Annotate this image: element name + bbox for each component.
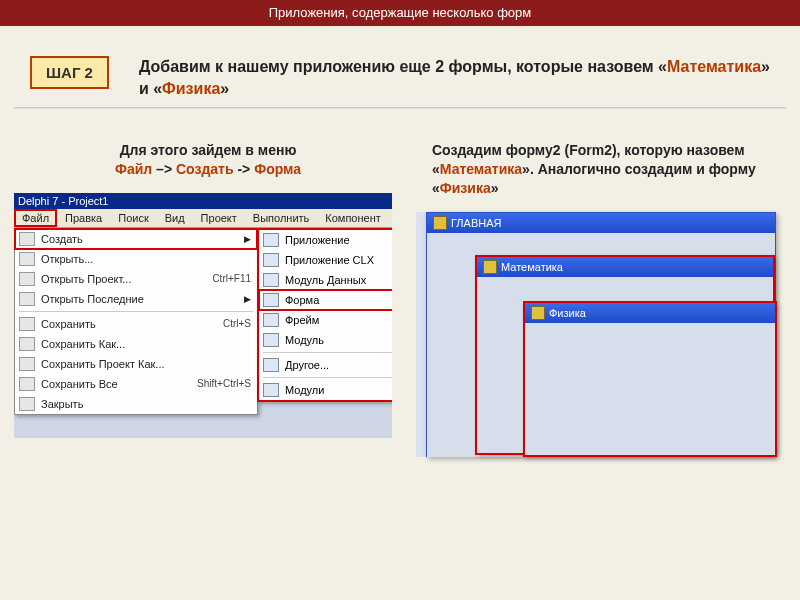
menu-item-label: Открыть... [41, 253, 251, 265]
window-math-title: Математика [477, 257, 773, 277]
menu-separator [263, 352, 392, 353]
menu-item-label: Фрейм [285, 314, 319, 326]
menu-item-label: Модуль [285, 334, 324, 346]
submenu-item[interactable]: Модули [259, 380, 392, 400]
submenu-item[interactable]: Модуль Данных [259, 270, 392, 290]
file-menu-item[interactable]: Сохранить Как... [15, 334, 257, 354]
delphi-screenshot: Delphi 7 - Project1 Файл Правка Поиск Ви… [14, 193, 392, 438]
submenu-item[interactable]: Другое... [259, 355, 392, 375]
file-menu-item[interactable]: Закрыть [15, 394, 257, 414]
menu-item-icon [19, 337, 35, 351]
window-math-label: Математика [501, 261, 563, 273]
left-text-create: Создать [176, 161, 234, 177]
step-text: Добавим к нашему приложению еще 2 формы,… [139, 56, 770, 99]
file-dropdown: Создать▶Открыть...Открыть Проект...Ctrl+… [14, 228, 258, 415]
delphi-logo-icon [531, 306, 545, 320]
menu-item-label: Сохранить Проект Как... [41, 358, 251, 370]
delphi-menubar: Файл Правка Поиск Вид Проект Выполнить К… [14, 209, 392, 228]
menu-item-label: Открыть Последние [41, 293, 238, 305]
menu-component[interactable]: Компонент [317, 209, 388, 227]
step-text-a: Добавим к нашему приложению еще 2 формы,… [139, 58, 667, 75]
menu-item-label: Сохранить [41, 318, 217, 330]
step-badge: ШАГ 2 [30, 56, 109, 89]
file-menu-item[interactable]: Сохранить ВсеShift+Ctrl+S [15, 374, 257, 394]
menu-item-icon [263, 313, 279, 327]
menu-item-icon [19, 397, 35, 411]
menu-view[interactable]: Вид [157, 209, 193, 227]
menu-item-icon [19, 317, 35, 331]
left-text-line: Для этого зайдем в меню [120, 142, 297, 158]
file-menu-item[interactable]: Создать▶ [15, 229, 257, 249]
menu-item-icon [263, 383, 279, 397]
menu-item-label: Приложение [285, 234, 350, 246]
menu-item-shortcut: Ctrl+F11 [212, 273, 251, 284]
menu-item-icon [19, 252, 35, 266]
submenu-item[interactable]: Фрейм [259, 310, 392, 330]
file-menu-item[interactable]: Открыть... [15, 249, 257, 269]
menu-file[interactable]: Файл [14, 209, 57, 227]
window-phys-label: Физика [549, 307, 586, 319]
menu-item-shortcut: Ctrl+S [223, 318, 251, 329]
submenu-item[interactable]: Форма [259, 290, 392, 310]
left-text-sep1: –> [152, 161, 176, 177]
step-text-hl1: Математика [667, 58, 761, 75]
right-text-hl1: Математика [440, 161, 522, 177]
menu-run[interactable]: Выполнить [245, 209, 317, 227]
menu-item-icon [263, 293, 279, 307]
menu-edit[interactable]: Правка [57, 209, 110, 227]
menu-item-icon [263, 253, 279, 267]
window-phys-title: Физика [525, 303, 775, 323]
menu-item-label: Создать [41, 233, 238, 245]
menu-item-icon [263, 233, 279, 247]
divider [14, 107, 786, 109]
right-text-c: » [491, 180, 499, 196]
file-menu-item[interactable]: Сохранить Проект Как... [15, 354, 257, 374]
window-main-label: ГЛАВНАЯ [451, 217, 501, 229]
menu-item-icon [19, 272, 35, 286]
submenu-item[interactable]: Приложение CLX [259, 250, 392, 270]
submenu-item[interactable]: Приложение [259, 230, 392, 250]
menu-search[interactable]: Поиск [110, 209, 156, 227]
file-menu-item[interactable]: Открыть Проект...Ctrl+F11 [15, 269, 257, 289]
menu-item-label: Сохранить Все [41, 378, 191, 390]
menu-item-icon [263, 333, 279, 347]
header-bar: Приложения, содержащие несколько форм [0, 0, 800, 26]
menu-item-label: Модули [285, 384, 324, 396]
menu-item-label: Другое... [285, 359, 329, 371]
step-row: ШАГ 2 Добавим к нашему приложению еще 2 … [30, 56, 770, 99]
menu-item-icon [263, 273, 279, 287]
create-submenu: ПриложениеПриложение CLXМодуль ДанныхФор… [257, 228, 392, 402]
menu-separator [19, 311, 253, 312]
left-text-form: Форма [254, 161, 301, 177]
right-text: Создадим форму2 (Form2), которую назовем… [432, 141, 780, 198]
menu-item-shortcut: Shift+Ctrl+S [197, 378, 251, 389]
delphi-logo-icon [483, 260, 497, 274]
submenu-arrow-icon: ▶ [244, 294, 251, 304]
right-column: Создадим форму2 (Form2), которую назовем… [416, 141, 786, 457]
menu-body: Создать▶Открыть...Открыть Проект...Ctrl+… [14, 228, 392, 415]
left-text-file: Файл [115, 161, 152, 177]
left-text-sep2: -> [234, 161, 255, 177]
menu-item-label: Открыть Проект... [41, 273, 206, 285]
file-menu-item[interactable]: СохранитьCtrl+S [15, 314, 257, 334]
menu-separator [263, 377, 392, 378]
left-text: Для этого зайдем в меню Файл –> Создать … [30, 141, 386, 179]
menu-ba[interactable]: Ба [389, 209, 392, 227]
delphi-logo-icon [433, 216, 447, 230]
forms-screenshot: ГЛАВНАЯ Математика Физика [416, 212, 776, 457]
submenu-arrow-icon: ▶ [244, 234, 251, 244]
menu-item-label: Приложение CLX [285, 254, 374, 266]
menu-item-label: Закрыть [41, 398, 251, 410]
menu-item-label: Сохранить Как... [41, 338, 251, 350]
menu-item-icon [19, 357, 35, 371]
window-main-title: ГЛАВНАЯ [427, 213, 775, 233]
file-menu-item[interactable]: Открыть Последние▶ [15, 289, 257, 309]
window-phys: Физика [524, 302, 776, 456]
menu-item-label: Форма [285, 294, 319, 306]
submenu-item[interactable]: Модуль [259, 330, 392, 350]
left-column: Для этого зайдем в меню Файл –> Создать … [14, 141, 392, 457]
menu-item-label: Модуль Данных [285, 274, 366, 286]
step-text-c: » [220, 80, 229, 97]
menu-project[interactable]: Проект [193, 209, 245, 227]
step-text-hl2: Физика [162, 80, 220, 97]
